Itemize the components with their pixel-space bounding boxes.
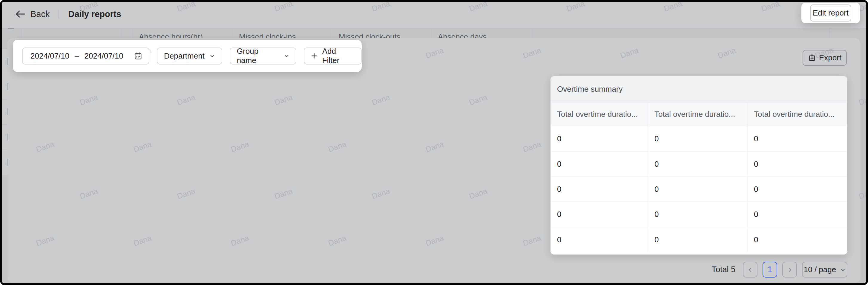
department-filter-label: Department [164, 52, 205, 61]
watermark-text: Dana [0, 186, 2, 201]
chevron-left-icon [747, 267, 753, 273]
date-range-picker[interactable]: 2024/07/10 – 2024/07/10 [22, 48, 149, 65]
date-end-value: 2024/07/10 [85, 52, 123, 61]
overtime-summary-card: DanaDanaDanaDanaDanaDanaDanaDanaDanaDana… [551, 76, 847, 255]
row-1-overtime-2: 0 [648, 126, 747, 152]
chevron-down-icon [840, 267, 846, 273]
department-filter-select[interactable]: Department [157, 48, 222, 65]
row-4-overtime-3: 0 [747, 202, 847, 227]
export-label: Export [819, 53, 841, 62]
page-title: Daily reports [68, 9, 121, 19]
export-icon [808, 54, 816, 62]
plus-icon [311, 53, 317, 59]
row-3-overtime-1: 0 [551, 177, 648, 202]
column-header-total-overtime-2[interactable]: Total overtime duratio... [648, 102, 747, 126]
back-label: Back [30, 9, 50, 19]
next-page-button[interactable] [782, 262, 797, 278]
calendar-icon[interactable] [134, 52, 142, 60]
total-count-label: Total 5 [712, 265, 735, 274]
watermark-text: Dana [0, 280, 2, 285]
row-2-overtime-2: 0 [648, 152, 747, 177]
chevron-down-icon [284, 53, 289, 59]
column-header-total-overtime-1[interactable]: Total overtime duratio... [551, 102, 648, 126]
add-filter-button[interactable]: Add Filter [304, 48, 362, 65]
row-1-overtime-3: 0 [747, 126, 847, 152]
column-header-total-overtime-3[interactable]: Total overtime duratio... [747, 102, 847, 126]
back-button[interactable]: Back [15, 9, 50, 19]
overtime-summary-group-header: Overtime summary [551, 76, 847, 102]
row-5-overtime-3: 0 [747, 227, 847, 252]
edit-report-button[interactable]: Edit report [810, 4, 851, 22]
row-5-overtime-2: 0 [648, 227, 747, 252]
row-3-overtime-3: 0 [747, 177, 847, 202]
date-range-separator: – [75, 52, 79, 61]
pagination-bar: Total 5 1 10 / page [0, 262, 847, 278]
group-name-filter-label: Group name [237, 46, 279, 65]
row-1-overtime-1: 0 [551, 126, 648, 152]
group-name-filter-select[interactable]: Group name [230, 48, 296, 65]
row-2-overtime-3: 0 [747, 152, 847, 177]
page-size-select[interactable]: 10 / page [802, 262, 847, 278]
export-button[interactable]: Export [803, 50, 847, 66]
topbar-divider [59, 9, 59, 19]
filter-card: DanaDanaDanaDanaDanaDanaDanaDanaDanaDana… [13, 40, 362, 72]
page-1-button[interactable]: 1 [763, 262, 777, 278]
date-start-value: 2024/07/10 [30, 52, 69, 61]
add-filter-label: Add Filter [322, 46, 354, 65]
topbar: Back Daily reports [0, 0, 868, 28]
prev-page-button[interactable] [743, 262, 757, 278]
row-3-overtime-2: 0 [648, 177, 747, 202]
chevron-right-icon [787, 267, 793, 273]
row-4-overtime-2: 0 [648, 202, 747, 227]
back-arrow-icon [15, 10, 26, 18]
row-5-overtime-1: 0 [551, 227, 648, 252]
page-size-value: 10 / page [804, 265, 836, 274]
edit-report-highlight: Edit report [801, 3, 860, 23]
row-2-overtime-1: 0 [551, 152, 648, 177]
daily-reports-page: Back Daily reports Export Name .. Absenc… [0, 0, 868, 285]
row-4-overtime-1: 0 [551, 202, 648, 227]
chevron-down-icon [209, 53, 215, 59]
